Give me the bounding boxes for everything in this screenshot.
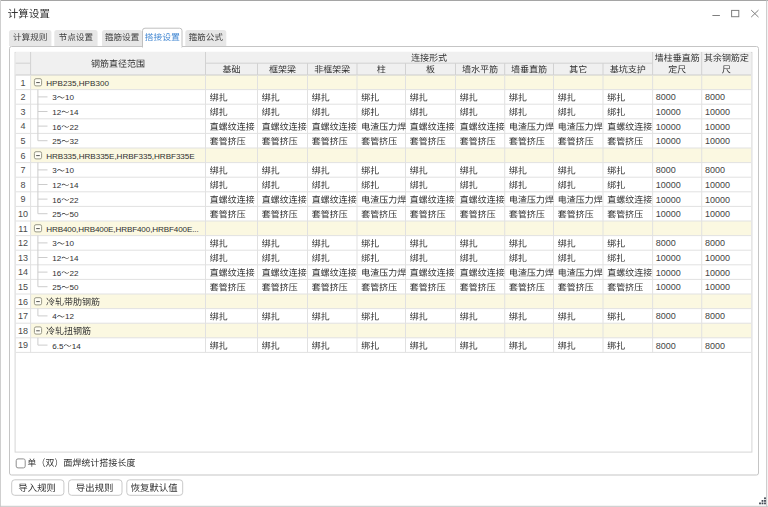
svg-text:22: 22 bbox=[69, 123, 79, 132]
svg-text:6: 6 bbox=[20, 151, 25, 161]
svg-text:8000: 8000 bbox=[705, 311, 725, 321]
svg-text:2: 2 bbox=[20, 92, 25, 102]
svg-text:4: 4 bbox=[52, 312, 57, 321]
svg-text:8000: 8000 bbox=[656, 92, 676, 102]
svg-text:25: 25 bbox=[52, 137, 62, 146]
svg-text:16: 16 bbox=[52, 123, 62, 132]
svg-text:10: 10 bbox=[65, 166, 75, 175]
svg-text:10000: 10000 bbox=[656, 136, 681, 146]
svg-text:14: 14 bbox=[72, 342, 82, 351]
svg-text:8000: 8000 bbox=[656, 165, 676, 175]
svg-text:14: 14 bbox=[18, 267, 28, 277]
svg-text:8000: 8000 bbox=[656, 238, 676, 248]
svg-text:14: 14 bbox=[69, 108, 79, 117]
svg-text:13: 13 bbox=[18, 253, 28, 263]
svg-text:18: 18 bbox=[18, 326, 28, 336]
svg-text:12: 12 bbox=[52, 108, 62, 117]
svg-text:HRB335,HRB335E,HRBF335,HRBF335: HRB335,HRB335E,HRBF335,HRBF335E bbox=[46, 152, 195, 161]
svg-text:16: 16 bbox=[52, 269, 62, 278]
svg-text:3: 3 bbox=[20, 107, 25, 117]
svg-text:10000: 10000 bbox=[705, 253, 730, 263]
svg-text:5: 5 bbox=[20, 136, 25, 146]
svg-text:4: 4 bbox=[20, 121, 25, 131]
svg-text:22: 22 bbox=[69, 196, 79, 205]
svg-text:12: 12 bbox=[52, 181, 62, 190]
svg-text:8000: 8000 bbox=[705, 341, 725, 351]
svg-text:HPB235,HPB300: HPB235,HPB300 bbox=[46, 79, 109, 88]
svg-text:10000: 10000 bbox=[656, 268, 681, 278]
svg-text:10: 10 bbox=[65, 239, 75, 248]
svg-text:15: 15 bbox=[18, 282, 28, 292]
svg-text:10000: 10000 bbox=[705, 268, 730, 278]
svg-text:10000: 10000 bbox=[705, 107, 730, 117]
svg-text:8000: 8000 bbox=[705, 165, 725, 175]
svg-text:32: 32 bbox=[69, 137, 79, 146]
svg-text:7: 7 bbox=[20, 165, 25, 175]
svg-text:3: 3 bbox=[52, 93, 57, 102]
svg-text:10000: 10000 bbox=[705, 282, 730, 292]
svg-text:19: 19 bbox=[18, 340, 28, 350]
svg-text:25: 25 bbox=[52, 210, 62, 219]
svg-text:16: 16 bbox=[52, 196, 62, 205]
svg-text:8000: 8000 bbox=[705, 238, 725, 248]
svg-text:10000: 10000 bbox=[705, 122, 730, 132]
svg-text:14: 14 bbox=[69, 181, 79, 190]
svg-text:1: 1 bbox=[20, 78, 25, 88]
svg-text:50: 50 bbox=[69, 283, 79, 292]
svg-text:10000: 10000 bbox=[656, 195, 681, 205]
svg-text:10000: 10000 bbox=[705, 195, 730, 205]
svg-text:10000: 10000 bbox=[705, 180, 730, 190]
svg-text:9: 9 bbox=[20, 194, 25, 204]
svg-text:8: 8 bbox=[20, 180, 25, 190]
svg-text:10: 10 bbox=[18, 209, 28, 219]
svg-text:3: 3 bbox=[52, 239, 57, 248]
svg-text:50: 50 bbox=[69, 210, 79, 219]
svg-text:12: 12 bbox=[52, 254, 62, 263]
svg-text:10000: 10000 bbox=[656, 122, 681, 132]
svg-text:10000: 10000 bbox=[656, 209, 681, 219]
svg-text:12: 12 bbox=[65, 312, 75, 321]
svg-text:8000: 8000 bbox=[656, 341, 676, 351]
svg-text:8000: 8000 bbox=[705, 92, 725, 102]
svg-text:8000: 8000 bbox=[656, 311, 676, 321]
svg-text:10000: 10000 bbox=[656, 180, 681, 190]
svg-text:10000: 10000 bbox=[705, 136, 730, 146]
svg-text:10000: 10000 bbox=[656, 107, 681, 117]
svg-text:17: 17 bbox=[18, 311, 28, 321]
svg-text:HRB400,HRB400E,HRBF400,HRBF400: HRB400,HRB400E,HRBF400,HRBF400E... bbox=[46, 225, 199, 234]
svg-text:10000: 10000 bbox=[705, 209, 730, 219]
svg-text:3: 3 bbox=[52, 166, 57, 175]
svg-text:10000: 10000 bbox=[656, 253, 681, 263]
svg-text:14: 14 bbox=[69, 254, 79, 263]
svg-text:22: 22 bbox=[69, 269, 79, 278]
svg-text:11: 11 bbox=[18, 224, 27, 234]
svg-text:12: 12 bbox=[18, 238, 28, 248]
svg-text:6.5: 6.5 bbox=[52, 342, 64, 351]
svg-text:16: 16 bbox=[18, 297, 28, 307]
svg-text:10: 10 bbox=[65, 93, 75, 102]
svg-text:25: 25 bbox=[52, 283, 62, 292]
svg-text:10000: 10000 bbox=[656, 282, 681, 292]
